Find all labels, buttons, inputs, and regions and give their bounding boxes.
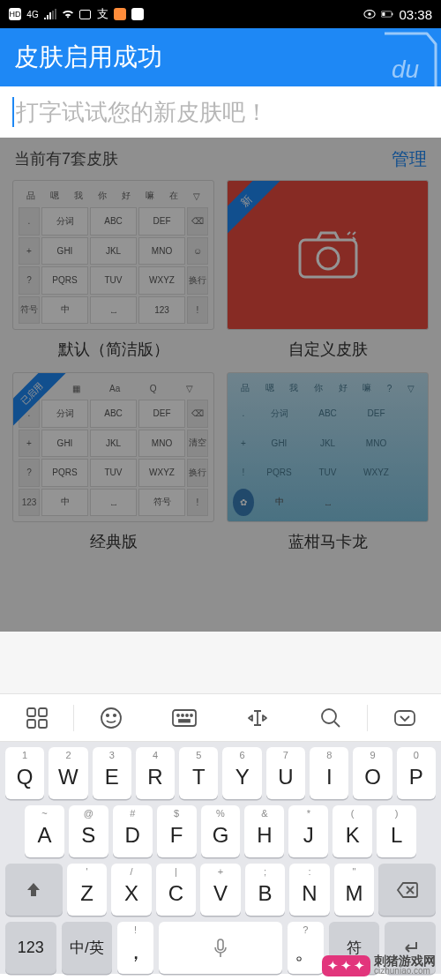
toolbar-keyboard-icon[interactable] [147,694,220,741]
key-g[interactable]: %G [201,805,241,857]
svg-rect-22 [395,711,415,725]
shift-key[interactable] [5,864,63,916]
skin-card-custom[interactable]: 新 自定义皮肤 [227,180,429,360]
skin-label: 自定义皮肤 [288,339,368,360]
manage-link[interactable]: 管理 [392,147,427,171]
skin-label: 经典版 [90,531,138,552]
status-time: 03:38 [399,7,432,22]
backspace-key[interactable] [378,864,436,916]
svg-rect-10 [27,720,35,728]
skin-card-classic[interactable]: 已启用 ☺▦AaQ▽ .分词ABCDEF⌫ +GHIJKLMNO清空 ?PQRS… [12,372,214,552]
period-key[interactable]: ?。 [288,922,324,974]
svg-point-16 [177,714,179,716]
svg-point-1 [369,12,372,16]
svg-rect-6 [300,240,356,277]
success-banner: 皮肤启用成功 du [0,28,441,86]
key-t[interactable]: 5T [179,747,218,799]
svg-rect-9 [39,708,47,716]
svg-rect-23 [218,939,223,950]
toolbar-apps-icon[interactable] [0,694,73,741]
skin-count: 当前有7套皮肤 [14,148,118,169]
key-f[interactable]: $F [157,805,197,857]
keyboard-toolbar [0,693,441,742]
toolbar-collapse-icon[interactable] [368,694,441,741]
key-a[interactable]: ~A [25,805,64,857]
svg-point-17 [182,714,183,716]
skin-label: 蓝柑马卡龙 [288,531,368,552]
key-u[interactable]: 7U [266,747,305,799]
key-j[interactable]: *J [288,805,328,857]
svg-rect-8 [27,708,35,716]
svg-point-12 [101,708,121,728]
svg-point-18 [186,714,188,716]
svg-point-21 [322,709,336,723]
svg-point-13 [106,714,108,715]
toolbar-search-icon[interactable] [294,694,367,741]
signal-icon [44,8,56,20]
enter-key[interactable] [385,922,436,974]
baidu-logo-icon: du [372,28,441,86]
symbols-key[interactable]: 符 [329,922,380,974]
key-d[interactable]: #D [113,805,153,857]
alipay-icon: 支 [96,8,108,20]
space-key[interactable] [159,922,282,974]
test-input[interactable]: 打字试试您的新皮肤吧！ [0,86,441,138]
svg-rect-15 [173,710,196,726]
key-b[interactable]: ;B [245,864,286,916]
network-icon: 4G [26,8,39,20]
toolbar-emoji-icon[interactable] [74,694,147,741]
app-icon-1 [114,8,126,20]
svg-point-19 [191,714,192,716]
key-v[interactable]: +V [200,864,241,916]
keyboard: 1Q2W3E4R5T6Y7U8I9O0P ~A@S#D$F%G&H*J(K)L … [0,693,441,980]
hd-icon: HD [9,8,21,20]
svg-rect-20 [179,720,190,722]
key-k[interactable]: (K [333,805,372,857]
banner-title: 皮肤启用成功 [14,41,162,74]
skin-card-default[interactable]: 品嗯我你好嘛在▽ .分词ABCDEF⌫ +GHIJKLMNO☺ ?PQRSTUV… [12,180,214,360]
key-p[interactable]: 0P [397,747,436,799]
key-z[interactable]: 'Z [67,864,108,916]
key-c[interactable]: |C [156,864,197,916]
key-m[interactable]: "M [334,864,375,916]
key-i[interactable]: 8I [310,747,348,799]
svg-point-14 [113,714,115,715]
battery-icon [381,8,393,20]
comma-key[interactable]: !， [117,922,153,974]
key-e[interactable]: 3E [93,747,131,799]
new-ribbon: 新 [227,180,281,236]
text-cursor [12,97,14,127]
skin-card-macaron[interactable]: 品嗯我你好嘛?▽ .分词ABCDEF +GHIJKLMNO !PQRSTUVWX… [227,372,429,552]
input-placeholder: 打字试试您的新皮肤吧！ [16,97,268,128]
mic-icon [213,939,228,958]
key-q[interactable]: 1Q [5,747,44,799]
key-l[interactable]: )L [377,805,416,857]
key-o[interactable]: 9O [353,747,392,799]
toolbar-cursor-icon[interactable] [220,694,294,741]
svg-rect-4 [392,13,393,16]
svg-rect-11 [39,720,47,728]
status-bar: HD 4G 支 03:38 [0,0,441,28]
svg-text:du: du [392,56,420,83]
numeric-key[interactable]: 123 [5,922,56,974]
wifi-icon [62,8,74,20]
keyboard-indicator-icon [79,10,91,19]
svg-point-7 [318,248,339,269]
key-h[interactable]: &H [244,805,284,857]
key-r[interactable]: 4R [136,747,175,799]
language-key[interactable]: 中/英 [62,922,113,974]
key-s[interactable]: @S [69,805,108,857]
svg-rect-3 [383,12,385,16]
key-w[interactable]: 2W [49,747,87,799]
app-icon-2 [131,8,144,20]
skin-label: 默认（简洁版） [58,339,169,360]
eye-comfort-icon [363,8,376,20]
key-n[interactable]: :N [289,864,330,916]
key-x[interactable]: /X [111,864,152,916]
key-y[interactable]: 6Y [222,747,261,799]
camera-icon [296,229,360,281]
